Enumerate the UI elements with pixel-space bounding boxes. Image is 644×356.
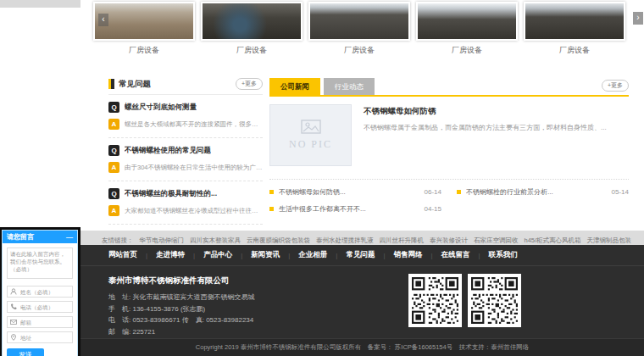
page: 厂房设备 厂房设备 厂房设备 厂房设备 厂房设备 ‹ › 常见问题 +更多 Q [0,0,644,356]
message-widget-title: 请您留言 [7,232,34,242]
name-field[interactable] [7,286,73,298]
friendly-link[interactable]: 华节电动伸缩门 [140,236,185,244]
featured-news: NO PIC 不锈钢螺母如何防锈 不锈钢螺母属于金属制品，而金属防锈的方法主要有… [269,104,629,166]
footer-nav-home[interactable]: 网站首页 [108,250,137,260]
email-field[interactable] [7,316,73,328]
a-badge-icon: A [108,162,119,173]
q-badge-icon: Q [108,188,119,199]
faq-item: Q 不锈钢螺丝的极具耐韧性的... A 大家都知道不锈钢螺丝在冷镦成型过程中往往… [108,181,263,225]
news-item-date: 05-14 [612,188,629,196]
section-bar-icon [108,79,114,89]
carousel-next-icon[interactable]: › [633,12,643,25]
friendly-links-label: 友情链接： [102,236,134,244]
news-item-title[interactable]: 生活中很多工作都离不开不... [279,204,418,214]
faq-header: 常见问题 +更多 [108,78,263,95]
factory-gallery: 厂房设备 厂房设备 厂房设备 厂房设备 厂房设备 [93,2,632,56]
no-pic-placeholder[interactable]: NO PIC [269,104,352,166]
factory-photo[interactable] [416,2,518,41]
gallery-card[interactable]: 厂房设备 [308,2,410,56]
q-badge-icon: Q [108,145,119,156]
nav-separator: | [241,252,242,259]
company-name: 泰州市博特不锈钢标准件有限公司 [108,275,644,286]
news-item-title[interactable]: 不锈钢螺母如何防锈... [279,187,418,197]
company-address: 地 址: 兴化市戴南镇迎宾大道西侧不锈钢交易城 [108,292,644,303]
footer-nav-products[interactable]: 产品中心 [203,250,232,260]
photo-caption: 厂房设备 [201,45,303,56]
company-zip: 邮 编: 225721 [108,326,644,338]
news-item-title[interactable]: 不锈钢螺栓的行业前景分析... [466,187,605,197]
friendly-link[interactable]: 泰州水处理搅拌乳液 [316,236,374,244]
photo-caption: 厂房设备 [524,45,625,56]
tab-company-news[interactable]: 公司新闻 [269,78,320,95]
friendly-link[interactable]: 四川实木整装家具 [190,236,241,244]
footer-nav-news[interactable]: 新闻资讯 [251,250,280,260]
qr-code [408,274,462,327]
mail-icon [10,319,17,325]
friendly-link[interactable]: 四川丝杆升降机 [380,236,425,244]
factory-photo[interactable] [524,2,625,41]
faq-answer: 螺丝是各大领域都离不开的连接紧固件，很多重大事故的... [125,120,263,129]
name-input[interactable] [20,289,69,295]
news-more-button[interactable]: +更多 [602,80,629,92]
friendly-link[interactable]: h45/柜式离心风机箱 [525,236,581,244]
bullet-icon [269,190,274,194]
nav-separator: | [288,252,290,259]
email-input[interactable] [20,320,69,325]
phone-input[interactable] [20,304,69,310]
factory-photo[interactable] [201,2,303,41]
faq-question[interactable]: 不锈钢螺栓使用的常见问题 [125,146,211,156]
factory-photo[interactable] [93,2,195,41]
top-edge-strip [0,0,80,8]
faq-answer: 大家都知道不锈钢螺丝在冷镦成型过程中往往需要用于不... [125,207,263,215]
message-widget: 请您留言 — [2,230,78,356]
featured-news-summary: 不锈钢螺母属于金属制品，而金属防锈的方法主要有三方面，即材料自身性质、... [364,123,629,132]
news-list-item[interactable]: 生活中很多工作都离不开不... 04-15 [269,204,441,214]
faq-question[interactable]: 不锈钢螺丝的极具耐韧性的... [125,189,217,199]
bullet-icon [269,207,274,211]
company-phone-fax: 电 话: 0523-83986671 传 真: 0523-83982234 [108,314,644,326]
photo-caption: 厂房设备 [416,45,518,56]
photo-caption: 厂房设备 [308,45,410,56]
carousel-prev-icon[interactable]: ‹ [98,14,108,26]
footer-nav-contact[interactable]: 联系我们 [489,250,518,260]
q-badge-icon: Q [108,102,119,113]
minimize-icon[interactable]: — [66,234,73,241]
address-input[interactable] [20,335,69,341]
friendly-links-bar: 友情链接：华节电动伸缩门四川实木整装家具云南覆膜编织袋包装袋泰州水处理搅拌乳液四… [80,231,644,245]
location-icon [10,334,17,341]
gallery-card[interactable]: 厂房设备 [201,2,303,56]
gallery-card[interactable]: 厂房设备 [416,2,518,56]
friendly-link[interactable]: 泰兴装修设计 [430,236,468,244]
faq-item: Q 螺丝尺寸到底如何测量 A 螺丝是各大领域都离不开的连接紧固件，很多重大事故的… [108,95,263,138]
footer-nav-faq[interactable]: 常见问题 [346,250,375,260]
footer-nav-about[interactable]: 走进博特 [156,250,185,260]
address-field[interactable] [7,331,73,343]
friendly-link[interactable]: 石家庄空调回收 [474,236,519,244]
qr-code [468,274,521,327]
footer-nav-message[interactable]: 在线留言 [441,250,470,260]
user-icon [10,288,17,295]
send-button[interactable]: 发送 [7,348,44,356]
a-badge-icon: A [108,205,119,216]
gallery-card[interactable]: 厂房设备 [93,2,195,56]
friendly-link[interactable]: 天津钢制品包装 [587,236,632,244]
news-list-item[interactable]: 不锈钢螺栓的行业前景分析... 05-14 [457,187,629,197]
featured-news-title[interactable]: 不锈钢螺母如何防锈 [364,106,629,117]
factory-photo[interactable] [308,2,410,41]
gallery-card[interactable]: 厂房设备 [524,2,625,56]
faq-section-title: 常见问题 [119,79,151,90]
message-widget-header[interactable]: 请您留言 — [3,231,77,243]
tab-industry-news[interactable]: 行业动态 [324,78,375,95]
message-textarea[interactable] [7,248,73,279]
news-list-item[interactable]: 不锈钢螺母如何防锈... 06-14 [269,187,441,197]
news-section: 公司新闻 行业动态 +更多 NO PIC 不锈钢螺母如何防锈 不锈钢螺母属于金属… [269,78,629,214]
phone-field[interactable] [7,301,73,313]
phone-icon [10,303,17,310]
footer-nav-album[interactable]: 企业相册 [298,250,327,260]
faq-more-button[interactable]: +更多 [236,78,263,90]
photo-caption: 厂房设备 [93,45,195,56]
friendly-link[interactable]: 云南覆膜编织袋包装袋 [247,236,310,244]
faq-question[interactable]: 螺丝尺寸到底如何测量 [125,103,197,113]
footer-nav-network[interactable]: 销售网络 [393,250,422,260]
nav-separator: | [430,252,432,259]
